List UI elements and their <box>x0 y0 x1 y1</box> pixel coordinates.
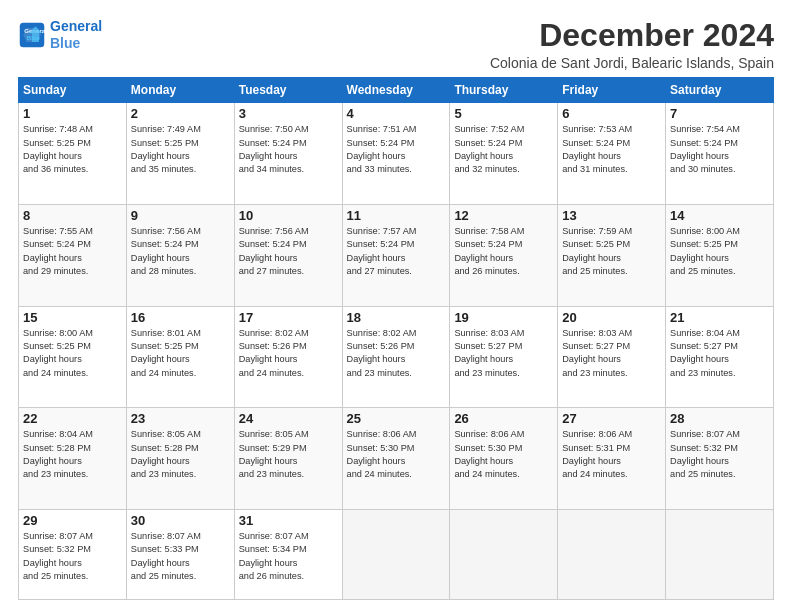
table-row: 25Sunrise: 8:06 AMSunset: 5:30 PMDayligh… <box>342 408 450 510</box>
day-number: 28 <box>670 411 769 426</box>
table-row: 15Sunrise: 8:00 AMSunset: 5:25 PMDayligh… <box>19 306 127 408</box>
table-row: 11Sunrise: 7:57 AMSunset: 5:24 PMDayligh… <box>342 204 450 306</box>
day-info: Sunrise: 8:04 AMSunset: 5:27 PMDaylight … <box>670 327 769 380</box>
col-thursday: Thursday <box>450 78 558 103</box>
month-title: December 2024 <box>490 18 774 53</box>
day-number: 21 <box>670 310 769 325</box>
day-info: Sunrise: 8:00 AMSunset: 5:25 PMDaylight … <box>670 225 769 278</box>
calendar: Sunday Monday Tuesday Wednesday Thursday… <box>18 77 774 600</box>
table-row: 10Sunrise: 7:56 AMSunset: 5:24 PMDayligh… <box>234 204 342 306</box>
day-info: Sunrise: 8:05 AMSunset: 5:29 PMDaylight … <box>239 428 338 481</box>
day-info: Sunrise: 8:06 AMSunset: 5:30 PMDaylight … <box>454 428 553 481</box>
day-info: Sunrise: 8:07 AMSunset: 5:32 PMDaylight … <box>670 428 769 481</box>
table-row: 17Sunrise: 8:02 AMSunset: 5:26 PMDayligh… <box>234 306 342 408</box>
day-info: Sunrise: 8:06 AMSunset: 5:31 PMDaylight … <box>562 428 661 481</box>
day-number: 2 <box>131 106 230 121</box>
day-number: 22 <box>23 411 122 426</box>
day-number: 11 <box>347 208 446 223</box>
day-info: Sunrise: 8:04 AMSunset: 5:28 PMDaylight … <box>23 428 122 481</box>
logo: General Blue General Blue <box>18 18 102 52</box>
table-row: 5Sunrise: 7:52 AMSunset: 5:24 PMDaylight… <box>450 103 558 205</box>
day-number: 8 <box>23 208 122 223</box>
day-number: 10 <box>239 208 338 223</box>
day-info: Sunrise: 8:00 AMSunset: 5:25 PMDaylight … <box>23 327 122 380</box>
day-number: 31 <box>239 513 338 528</box>
day-number: 26 <box>454 411 553 426</box>
table-row: 21Sunrise: 8:04 AMSunset: 5:27 PMDayligh… <box>666 306 774 408</box>
day-info: Sunrise: 7:53 AMSunset: 5:24 PMDaylight … <box>562 123 661 176</box>
table-row: 1Sunrise: 7:48 AMSunset: 5:25 PMDaylight… <box>19 103 127 205</box>
day-info: Sunrise: 8:03 AMSunset: 5:27 PMDaylight … <box>562 327 661 380</box>
table-row: 7Sunrise: 7:54 AMSunset: 5:24 PMDaylight… <box>666 103 774 205</box>
table-row: 4Sunrise: 7:51 AMSunset: 5:24 PMDaylight… <box>342 103 450 205</box>
table-row: 3Sunrise: 7:50 AMSunset: 5:24 PMDaylight… <box>234 103 342 205</box>
title-block: December 2024 Colonia de Sant Jordi, Bal… <box>490 18 774 71</box>
day-number: 3 <box>239 106 338 121</box>
table-row: 26Sunrise: 8:06 AMSunset: 5:30 PMDayligh… <box>450 408 558 510</box>
table-row: 30Sunrise: 8:07 AMSunset: 5:33 PMDayligh… <box>126 509 234 599</box>
day-info: Sunrise: 7:56 AMSunset: 5:24 PMDaylight … <box>239 225 338 278</box>
table-row: 27Sunrise: 8:06 AMSunset: 5:31 PMDayligh… <box>558 408 666 510</box>
day-info: Sunrise: 8:05 AMSunset: 5:28 PMDaylight … <box>131 428 230 481</box>
day-number: 25 <box>347 411 446 426</box>
col-tuesday: Tuesday <box>234 78 342 103</box>
table-row: 24Sunrise: 8:05 AMSunset: 5:29 PMDayligh… <box>234 408 342 510</box>
location: Colonia de Sant Jordi, Balearic Islands,… <box>490 55 774 71</box>
day-number: 16 <box>131 310 230 325</box>
day-info: Sunrise: 7:58 AMSunset: 5:24 PMDaylight … <box>454 225 553 278</box>
day-number: 17 <box>239 310 338 325</box>
table-row <box>558 509 666 599</box>
day-info: Sunrise: 8:03 AMSunset: 5:27 PMDaylight … <box>454 327 553 380</box>
day-number: 27 <box>562 411 661 426</box>
table-row: 29Sunrise: 8:07 AMSunset: 5:32 PMDayligh… <box>19 509 127 599</box>
day-number: 29 <box>23 513 122 528</box>
day-number: 12 <box>454 208 553 223</box>
day-info: Sunrise: 7:54 AMSunset: 5:24 PMDaylight … <box>670 123 769 176</box>
day-number: 13 <box>562 208 661 223</box>
col-saturday: Saturday <box>666 78 774 103</box>
logo-text: General Blue <box>50 18 102 52</box>
day-info: Sunrise: 7:48 AMSunset: 5:25 PMDaylight … <box>23 123 122 176</box>
day-info: Sunrise: 8:07 AMSunset: 5:32 PMDaylight … <box>23 530 122 583</box>
day-info: Sunrise: 7:55 AMSunset: 5:24 PMDaylight … <box>23 225 122 278</box>
day-info: Sunrise: 8:01 AMSunset: 5:25 PMDaylight … <box>131 327 230 380</box>
table-row: 16Sunrise: 8:01 AMSunset: 5:25 PMDayligh… <box>126 306 234 408</box>
day-number: 9 <box>131 208 230 223</box>
table-row: 13Sunrise: 7:59 AMSunset: 5:25 PMDayligh… <box>558 204 666 306</box>
table-row <box>666 509 774 599</box>
table-row <box>342 509 450 599</box>
day-number: 19 <box>454 310 553 325</box>
day-info: Sunrise: 8:07 AMSunset: 5:34 PMDaylight … <box>239 530 338 583</box>
logo-icon: General Blue <box>18 21 46 49</box>
table-row: 8Sunrise: 7:55 AMSunset: 5:24 PMDaylight… <box>19 204 127 306</box>
day-info: Sunrise: 7:57 AMSunset: 5:24 PMDaylight … <box>347 225 446 278</box>
day-info: Sunrise: 8:06 AMSunset: 5:30 PMDaylight … <box>347 428 446 481</box>
day-number: 24 <box>239 411 338 426</box>
day-number: 30 <box>131 513 230 528</box>
day-info: Sunrise: 7:50 AMSunset: 5:24 PMDaylight … <box>239 123 338 176</box>
page: General Blue General Blue December 2024 … <box>0 0 792 612</box>
day-info: Sunrise: 7:52 AMSunset: 5:24 PMDaylight … <box>454 123 553 176</box>
table-row: 31Sunrise: 8:07 AMSunset: 5:34 PMDayligh… <box>234 509 342 599</box>
table-row: 12Sunrise: 7:58 AMSunset: 5:24 PMDayligh… <box>450 204 558 306</box>
col-wednesday: Wednesday <box>342 78 450 103</box>
table-row <box>450 509 558 599</box>
day-info: Sunrise: 8:02 AMSunset: 5:26 PMDaylight … <box>239 327 338 380</box>
day-number: 4 <box>347 106 446 121</box>
day-info: Sunrise: 7:51 AMSunset: 5:24 PMDaylight … <box>347 123 446 176</box>
logo-line1: General <box>50 18 102 34</box>
col-sunday: Sunday <box>19 78 127 103</box>
table-row: 28Sunrise: 8:07 AMSunset: 5:32 PMDayligh… <box>666 408 774 510</box>
day-info: Sunrise: 8:07 AMSunset: 5:33 PMDaylight … <box>131 530 230 583</box>
table-row: 14Sunrise: 8:00 AMSunset: 5:25 PMDayligh… <box>666 204 774 306</box>
day-info: Sunrise: 7:56 AMSunset: 5:24 PMDaylight … <box>131 225 230 278</box>
day-info: Sunrise: 8:02 AMSunset: 5:26 PMDaylight … <box>347 327 446 380</box>
day-number: 15 <box>23 310 122 325</box>
calendar-header-row: Sunday Monday Tuesday Wednesday Thursday… <box>19 78 774 103</box>
table-row: 9Sunrise: 7:56 AMSunset: 5:24 PMDaylight… <box>126 204 234 306</box>
day-info: Sunrise: 7:59 AMSunset: 5:25 PMDaylight … <box>562 225 661 278</box>
header: General Blue General Blue December 2024 … <box>18 18 774 71</box>
day-number: 20 <box>562 310 661 325</box>
table-row: 2Sunrise: 7:49 AMSunset: 5:25 PMDaylight… <box>126 103 234 205</box>
table-row: 22Sunrise: 8:04 AMSunset: 5:28 PMDayligh… <box>19 408 127 510</box>
